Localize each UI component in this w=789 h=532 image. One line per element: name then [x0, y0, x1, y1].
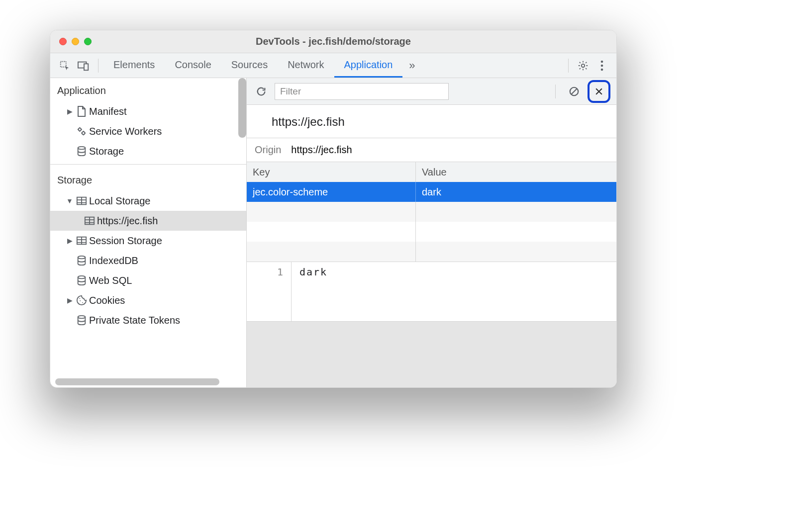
- device-toolbar-icon[interactable]: [74, 56, 93, 75]
- sidebar-item-local-storage-origin[interactable]: https://jec.fish: [50, 211, 246, 231]
- document-icon: [74, 105, 89, 117]
- gears-icon: [74, 126, 89, 137]
- chevron-right-icon: ▶: [65, 237, 74, 245]
- sidebar-item-storage[interactable]: Storage: [50, 141, 246, 161]
- sidebar-item-local-storage[interactable]: ▼ Local Storage: [50, 191, 246, 211]
- sidebar-item-label: Manifest: [89, 106, 127, 117]
- table-row-empty[interactable]: [247, 202, 616, 222]
- svg-point-7: [79, 128, 82, 131]
- separator: [568, 59, 569, 73]
- svg-point-15: [80, 300, 81, 301]
- tab-application[interactable]: Application: [334, 53, 403, 78]
- svg-point-17: [79, 298, 80, 299]
- application-sidebar: Application ▶ Manifest: [50, 78, 247, 387]
- inspect-element-icon[interactable]: [55, 56, 74, 75]
- divider: [50, 164, 246, 165]
- window-title: DevTools - jec.fish/demo/storage: [50, 36, 616, 47]
- sidebar-item-websql[interactable]: Web SQL: [50, 270, 246, 290]
- database-icon: [74, 275, 89, 286]
- column-header-value[interactable]: Value: [416, 162, 616, 182]
- sidebar-item-label: Storage: [89, 146, 124, 157]
- tab-label: Console: [175, 59, 211, 71]
- sidebar-item-label: Cookies: [89, 295, 125, 306]
- sidebar-item-label: Service Workers: [89, 126, 162, 137]
- sidebar-item-indexeddb[interactable]: IndexedDB: [50, 251, 246, 270]
- svg-point-4: [601, 60, 603, 63]
- separator: [555, 85, 556, 98]
- database-icon: [74, 315, 89, 326]
- separator: [98, 59, 99, 73]
- cell-value[interactable]: dark: [416, 182, 616, 202]
- table-row-empty[interactable]: [247, 222, 616, 242]
- panel-body: Application ▶ Manifest: [50, 78, 616, 387]
- cookie-icon: [74, 295, 89, 306]
- storage-toolbar: [247, 78, 616, 105]
- titlebar: DevTools - jec.fish/demo/storage: [50, 30, 616, 53]
- tab-console[interactable]: Console: [165, 53, 221, 78]
- sidebar-item-label: Local Storage: [89, 195, 150, 207]
- value-preview: 1 dark: [247, 262, 616, 322]
- svg-point-5: [601, 64, 603, 67]
- scrollbar-horizontal[interactable]: [55, 378, 219, 385]
- chevron-right-icon: ▶: [65, 107, 74, 115]
- settings-gear-icon[interactable]: [574, 56, 592, 75]
- svg-point-13: [78, 256, 86, 259]
- sidebar-item-manifest[interactable]: ▶ Manifest: [50, 101, 246, 121]
- origin-heading: https://jec.fish: [247, 105, 616, 138]
- sidebar-item-service-workers[interactable]: Service Workers: [50, 121, 246, 141]
- database-icon: [74, 255, 89, 266]
- value-content[interactable]: dark: [292, 262, 335, 321]
- svg-rect-2: [84, 64, 88, 70]
- close-window-button[interactable]: [59, 38, 67, 45]
- svg-point-8: [82, 132, 85, 135]
- more-tabs-icon[interactable]: »: [402, 56, 421, 75]
- storage-table: Key Value jec.color-scheme dark: [247, 162, 616, 262]
- table-row[interactable]: jec.color-scheme dark: [247, 182, 616, 202]
- delete-selected-icon[interactable]: [591, 83, 607, 100]
- svg-point-3: [582, 64, 585, 67]
- window-controls: [59, 38, 92, 45]
- sidebar-item-cookies[interactable]: ▶ Cookies: [50, 290, 246, 310]
- empty-area: [247, 322, 616, 387]
- svg-point-14: [78, 276, 86, 279]
- sidebar-item-session-storage[interactable]: ▶ Session Storage: [50, 231, 246, 251]
- tab-sources[interactable]: Sources: [221, 53, 278, 78]
- sidebar-group-title: Storage: [50, 168, 246, 191]
- sidebar-item-private-state-tokens[interactable]: Private State Tokens: [50, 310, 246, 330]
- database-icon: [74, 146, 89, 157]
- svg-point-16: [82, 302, 83, 303]
- tab-label: Sources: [231, 59, 268, 71]
- zoom-window-button[interactable]: [84, 38, 92, 45]
- panel-tabbar: Elements Console Sources Network Applica…: [50, 53, 616, 78]
- table-icon: [74, 196, 89, 206]
- cell-key[interactable]: jec.color-scheme: [247, 182, 416, 202]
- sidebar-group-title: Application: [50, 78, 246, 101]
- table-icon: [82, 216, 97, 226]
- chevron-down-icon: ▼: [65, 197, 74, 205]
- chevron-right-icon: ▶: [65, 296, 74, 304]
- table-row-empty[interactable]: [247, 242, 616, 262]
- tab-label: Network: [288, 59, 324, 71]
- origin-value: https://jec.fish: [291, 144, 352, 156]
- sidebar-item-label: https://jec.fish: [97, 215, 158, 227]
- svg-point-6: [601, 68, 603, 71]
- sidebar-item-label: Private State Tokens: [89, 315, 180, 326]
- tab-network[interactable]: Network: [278, 53, 334, 78]
- refresh-icon[interactable]: [253, 83, 270, 100]
- storage-main-panel: https://jec.fish Origin https://jec.fish…: [247, 78, 616, 387]
- clear-all-icon[interactable]: [566, 83, 583, 100]
- column-header-key[interactable]: Key: [247, 162, 416, 182]
- filter-input[interactable]: [275, 83, 449, 100]
- tab-label: Application: [344, 59, 393, 71]
- sidebar-item-label: Session Storage: [89, 235, 162, 247]
- svg-point-18: [78, 316, 86, 319]
- annotation-highlight: [588, 80, 610, 103]
- minimize-window-button[interactable]: [72, 38, 79, 45]
- sidebar-item-label: Web SQL: [89, 275, 132, 286]
- svg-point-9: [78, 147, 86, 150]
- kebab-menu-icon[interactable]: [592, 56, 611, 75]
- table-header: Key Value: [247, 162, 616, 182]
- devtools-window: DevTools - jec.fish/demo/storage Element…: [50, 30, 617, 388]
- tab-label: Elements: [113, 59, 155, 71]
- tab-elements[interactable]: Elements: [103, 53, 165, 78]
